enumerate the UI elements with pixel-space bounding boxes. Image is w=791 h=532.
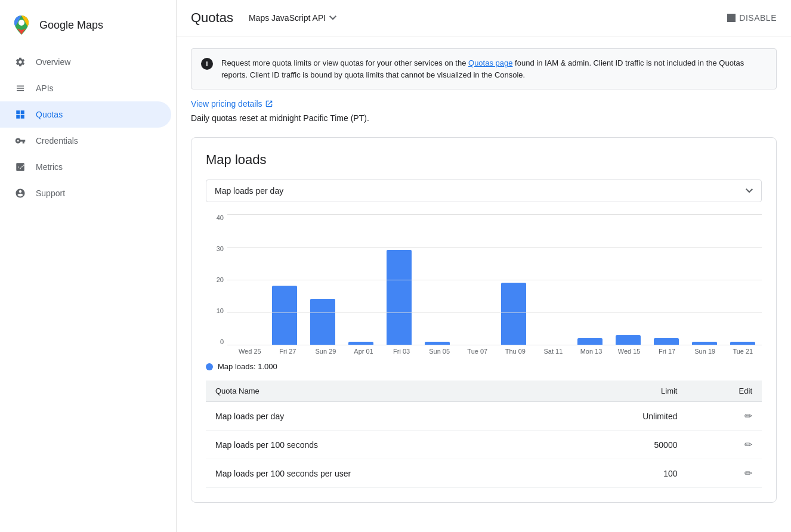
- bar[interactable]: [616, 335, 641, 345]
- external-link-icon: [265, 100, 273, 108]
- content-area: i Request more quota limits or view quot…: [177, 48, 791, 531]
- quota-limit-cell: 50000: [563, 431, 687, 459]
- quota-name-cell: Map loads per day: [206, 402, 563, 431]
- bar[interactable]: [577, 338, 602, 345]
- api-selector-label: Maps JavaScript API: [249, 13, 326, 23]
- quota-limit-cell: 100: [563, 459, 687, 488]
- x-label: Sun 05: [421, 348, 459, 355]
- quota-edit-cell: ✏: [687, 459, 762, 488]
- daily-reset-text: Daily quotas reset at midnight Pacific T…: [191, 113, 777, 123]
- bar-group: [647, 338, 685, 345]
- chart-title: Map loads: [206, 152, 762, 168]
- quotas-page-link[interactable]: Quotas page: [468, 58, 512, 67]
- col-header-limit: Limit: [563, 381, 687, 402]
- x-label: Fri 03: [382, 348, 421, 355]
- sidebar-item-apis[interactable]: APIs: [0, 75, 171, 101]
- x-label: Fri 17: [648, 348, 686, 355]
- quota-limit-cell: Unlimited: [563, 402, 687, 431]
- svg-point-0: [18, 20, 24, 26]
- bar-group: [571, 338, 609, 345]
- support-icon: [14, 187, 26, 199]
- x-label: Tue 21: [724, 348, 762, 355]
- bar-group: [342, 342, 380, 345]
- x-label: Tue 07: [458, 348, 496, 355]
- table-row: Map loads per 100 seconds per user100✏: [206, 459, 762, 488]
- bar[interactable]: [501, 283, 526, 345]
- credentials-icon: [14, 135, 26, 147]
- sidebar-item-credentials[interactable]: Credentials: [0, 128, 171, 154]
- bar[interactable]: [272, 286, 297, 345]
- quota-name-cell: Map loads per 100 seconds: [206, 431, 563, 459]
- edit-button[interactable]: ✏: [744, 440, 752, 450]
- sidebar: Google Maps Overview APIs Quotas Credent…: [0, 0, 177, 532]
- quota-table-body: Map loads per dayUnlimited✏Map loads per…: [206, 402, 762, 488]
- main-header: Quotas Maps JavaScript API DISABLE: [177, 0, 791, 36]
- chart-bars-area: [227, 214, 762, 345]
- quotas-icon: [14, 109, 26, 120]
- x-label: Wed 25: [231, 348, 269, 355]
- app-title: Google Maps: [39, 19, 103, 32]
- google-maps-logo-icon: [10, 13, 33, 37]
- bar-group: [495, 283, 533, 345]
- sidebar-item-overview[interactable]: Overview: [0, 49, 171, 75]
- sidebar-item-support[interactable]: Support: [0, 180, 171, 206]
- bar[interactable]: [730, 342, 755, 345]
- bar[interactable]: [692, 342, 717, 345]
- bar[interactable]: [348, 342, 373, 345]
- x-label: Fri 27: [269, 348, 307, 355]
- sidebar-header: Google Maps: [0, 6, 176, 49]
- table-row: Map loads per dayUnlimited✏: [206, 402, 762, 431]
- col-header-quota-name: Quota Name: [206, 381, 563, 402]
- api-selector-dropdown[interactable]: Maps JavaScript API: [243, 10, 342, 26]
- metrics-icon: [14, 161, 26, 173]
- x-label: Apr 01: [345, 348, 383, 355]
- legend-dot: [206, 363, 213, 370]
- quota-edit-cell: ✏: [687, 402, 762, 431]
- bar[interactable]: [310, 299, 335, 345]
- bar-group: [380, 250, 418, 345]
- chevron-down-icon: [329, 16, 336, 20]
- bar-group: [418, 342, 456, 345]
- sidebar-item-overview-label: Overview: [36, 57, 70, 67]
- bar-group: [265, 286, 304, 345]
- pricing-details-link[interactable]: View pricing details: [191, 99, 777, 109]
- info-banner: i Request more quota limits or view quot…: [191, 48, 777, 89]
- info-text-before: Request more quota limits or view quotas…: [221, 58, 468, 67]
- chart-legend: Map loads: 1.000: [206, 362, 762, 371]
- page-title: Quotas: [191, 10, 233, 26]
- x-label: Wed 15: [610, 348, 648, 355]
- y-label-10: 10: [217, 307, 224, 314]
- sidebar-item-support-label: Support: [36, 188, 65, 198]
- sidebar-item-apis-label: APIs: [36, 83, 54, 93]
- disable-icon: [727, 14, 736, 22]
- sidebar-item-metrics[interactable]: Metrics: [0, 154, 171, 180]
- x-label: Thu 09: [496, 348, 534, 355]
- info-icon: i: [201, 58, 213, 70]
- sidebar-item-quotas[interactable]: Quotas: [0, 101, 171, 128]
- sidebar-item-metrics-label: Metrics: [36, 162, 63, 172]
- y-label-0: 0: [220, 338, 224, 345]
- pricing-link-text: View pricing details: [191, 99, 262, 109]
- bar[interactable]: [387, 250, 412, 345]
- col-header-edit: Edit: [687, 381, 762, 402]
- table-row: Map loads per 100 seconds50000✏: [206, 431, 762, 459]
- bar[interactable]: [654, 338, 679, 345]
- y-label-30: 30: [217, 245, 224, 252]
- chart-type-dropdown[interactable]: Map loads per day Map loads per 100 seco…: [206, 180, 762, 202]
- header-left: Quotas Maps JavaScript API: [191, 10, 342, 26]
- x-label: Sat 11: [534, 348, 573, 355]
- edit-button[interactable]: ✏: [744, 411, 752, 421]
- edit-button[interactable]: ✏: [744, 468, 752, 478]
- quota-table: Quota Name Limit Edit Map loads per dayU…: [206, 381, 762, 488]
- main-content: Quotas Maps JavaScript API DISABLE i Req…: [177, 0, 791, 532]
- bar[interactable]: [425, 342, 450, 345]
- x-label: Mon 13: [572, 348, 610, 355]
- bars-container: [227, 214, 762, 345]
- disable-button[interactable]: DISABLE: [727, 13, 777, 23]
- quota-edit-cell: ✏: [687, 431, 762, 459]
- x-label: Sun 29: [307, 348, 345, 355]
- chart-area: 40 30 20 10 0: [206, 214, 762, 345]
- bar-group: [304, 299, 342, 345]
- sidebar-item-quotas-label: Quotas: [36, 110, 63, 119]
- x-labels: Wed 25Fri 27Sun 29Apr 01Fri 03Sun 05Tue …: [231, 348, 762, 355]
